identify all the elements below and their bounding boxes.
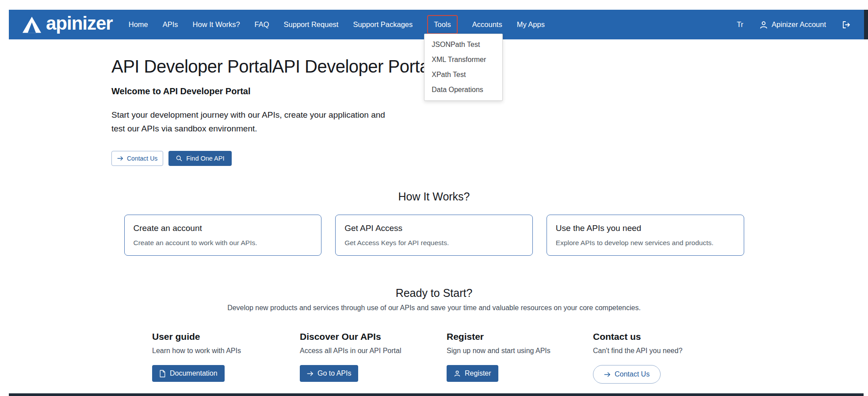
card-description: Explore APIs to develop new services and…	[556, 239, 735, 247]
logout-icon[interactable]	[842, 20, 851, 29]
menu-item-data-operations[interactable]: Data Operations	[424, 82, 502, 97]
nav-item-support-request[interactable]: Support Request	[284, 20, 339, 29]
go-to-apis-label: Go to APIs	[317, 369, 351, 377]
ready-title: Ready to Start?	[0, 287, 868, 300]
contact-us-label: Contact Us	[127, 155, 157, 162]
apinizer-logo-icon	[22, 16, 42, 34]
account-label: Apinizer Account	[772, 20, 826, 29]
ready-to-start-section: Ready to Start? Develop new products and…	[0, 287, 868, 384]
arrow-right-icon	[117, 156, 123, 161]
card-use-apis: Use the APIs you need Explore APIs to de…	[547, 215, 744, 256]
menu-item-xpath-test[interactable]: XPath Test	[424, 67, 502, 82]
person-icon	[454, 370, 461, 377]
column-description: Sign up now and start using APIs	[447, 347, 593, 355]
menu-item-jsonpath-test[interactable]: JSONPath Test	[424, 37, 502, 52]
nav-item-my-apps[interactable]: My Apps	[517, 20, 545, 29]
window-edge-bottom	[9, 393, 864, 396]
nav-item-faq[interactable]: FAQ	[255, 20, 269, 29]
nav-item-support-packages[interactable]: Support Packages	[353, 20, 413, 29]
contact-us-button[interactable]: Contact Us	[111, 151, 163, 166]
nav-item-accounts[interactable]: Accounts	[472, 20, 502, 29]
account-menu[interactable]: Apinizer Account	[759, 20, 826, 29]
how-it-works-cards: Create an account Create an account to w…	[124, 215, 744, 256]
column-title: Contact us	[593, 331, 682, 342]
find-one-api-label: Find One API	[186, 155, 224, 162]
column-register: Register Sign up now and start using API…	[447, 331, 593, 384]
search-icon	[176, 155, 183, 162]
column-description: Learn how to work with APIs	[152, 347, 300, 355]
card-title: Create an account	[134, 223, 313, 233]
column-title: User guide	[152, 331, 300, 342]
brand-name: apinizer	[46, 14, 113, 35]
column-user-guide: User guide Learn how to work with APIs D…	[152, 331, 300, 384]
tools-dropdown-menu: JSONPath Test XML Transformer XPath Test…	[424, 34, 503, 101]
card-create-account: Create an account Create an account to w…	[124, 215, 322, 256]
arrow-right-icon	[604, 372, 611, 377]
language-toggle[interactable]: Tr	[737, 20, 743, 29]
hero-buttons: Contact Us Find One API	[111, 151, 868, 166]
nav-item-tools-label: Tools	[434, 20, 451, 28]
column-description: Access all APIs in our API Portal	[300, 347, 447, 355]
card-description: Create an account to work with our APIs.	[134, 239, 313, 247]
ready-columns: User guide Learn how to work with APIs D…	[152, 331, 868, 384]
how-it-works-section: How It Works? Create an account Create a…	[0, 190, 868, 256]
person-icon	[759, 20, 768, 29]
documentation-label: Documentation	[170, 369, 218, 377]
nav-item-home[interactable]: Home	[129, 20, 148, 29]
navbar-right: Tr Apinizer Account	[737, 20, 851, 29]
card-get-api-access: Get API Access Get Access Keys for API r…	[335, 215, 533, 256]
window-edge-right	[864, 10, 868, 39]
document-icon	[159, 370, 166, 377]
column-contact-us: Contact us Can't find the API you need? …	[593, 331, 682, 384]
brand-logo[interactable]: apinizer	[22, 14, 113, 35]
find-one-api-button[interactable]: Find One API	[168, 151, 231, 166]
navbar: apinizer Home APIs How It Works? FAQ Sup…	[9, 10, 864, 39]
card-title: Get API Access	[344, 223, 524, 233]
go-to-apis-button[interactable]: Go to APIs	[300, 365, 358, 382]
documentation-button[interactable]: Documentation	[152, 365, 225, 382]
card-title: Use the APIs you need	[556, 223, 735, 233]
contact-us-pill-button[interactable]: Contact Us	[593, 365, 661, 384]
menu-item-xml-transformer[interactable]: XML Transformer	[424, 52, 502, 67]
main-navigation: Home APIs How It Works? FAQ Support Requ…	[129, 15, 545, 34]
card-description: Get Access Keys for API requests.	[344, 239, 524, 247]
nav-item-tools[interactable]: Tools JSONPath Test XML Transformer XPat…	[427, 15, 458, 34]
column-discover-apis: Discover Our APIs Access all APIs in our…	[300, 331, 447, 384]
arrow-right-icon	[307, 371, 314, 377]
nav-item-apis[interactable]: APIs	[163, 20, 178, 29]
how-it-works-title: How It Works?	[0, 190, 868, 203]
column-description: Can't find the API you need?	[593, 347, 682, 355]
hero-description: Start your development journey with our …	[111, 108, 398, 135]
ready-subtitle: Develop new products and services throug…	[0, 304, 868, 312]
nav-item-how-it-works[interactable]: How It Works?	[193, 20, 240, 29]
register-button[interactable]: Register	[447, 365, 498, 382]
column-title: Discover Our APIs	[300, 331, 447, 342]
contact-us-pill-label: Contact Us	[615, 370, 650, 378]
column-title: Register	[447, 331, 593, 342]
register-label: Register	[465, 369, 491, 377]
